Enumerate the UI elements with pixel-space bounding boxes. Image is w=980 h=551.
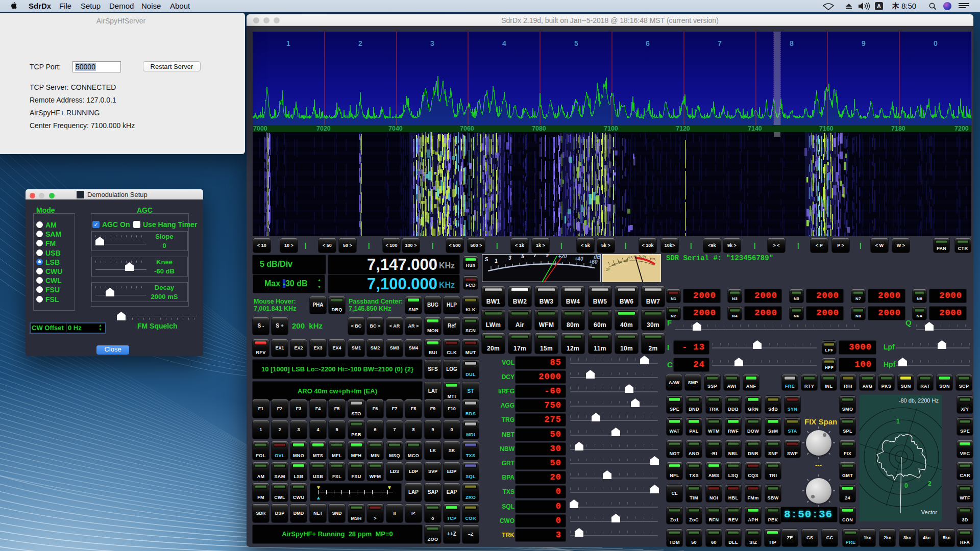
svg-text:1: 1 — [896, 418, 900, 425]
svg-text:1: 1 — [286, 39, 290, 47]
svg-text:3: 3 — [508, 255, 511, 261]
svg-text:8: 8 — [790, 39, 794, 47]
svg-text:+40: +40 — [575, 256, 583, 262]
svg-text:4: 4 — [502, 39, 506, 47]
svg-text:7: 7 — [718, 39, 722, 47]
svg-text:2: 2 — [358, 39, 362, 47]
svg-text:+60: +60 — [589, 259, 598, 265]
svg-text:0: 0 — [904, 482, 908, 489]
svg-text:-80 db, 2200 Hz: -80 db, 2200 Hz — [899, 397, 939, 404]
svg-text:dB: dB — [594, 254, 600, 260]
svg-text:Vector: Vector — [921, 509, 938, 515]
svg-text:3: 3 — [430, 39, 434, 47]
svg-text:9: 9 — [862, 39, 866, 47]
svg-text:5: 5 — [574, 39, 578, 47]
svg-text:+20: +20 — [558, 254, 567, 259]
svg-text:6: 6 — [646, 39, 650, 47]
svg-text:0: 0 — [934, 39, 938, 47]
svg-text:1: 1 — [495, 258, 498, 264]
svg-text:S: S — [485, 257, 488, 262]
svg-text:9: 9 — [546, 254, 549, 258]
svg-text:2: 2 — [928, 480, 932, 487]
svg-text:5: 5 — [521, 254, 524, 259]
svg-text:7: 7 — [533, 254, 536, 258]
